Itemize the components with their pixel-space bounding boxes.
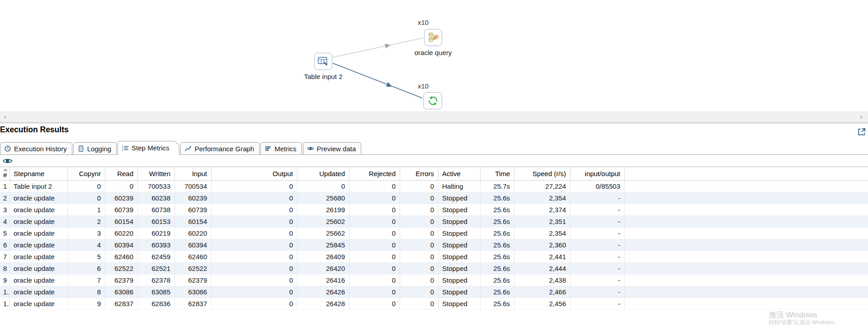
table-cell: 0 <box>349 251 400 262</box>
table-cell: 25602 <box>297 216 349 227</box>
table-cell: 0 <box>400 239 439 251</box>
table-row[interactable]: 1..oracle update962837628366283702642800… <box>0 298 868 310</box>
table-cell: 0 <box>68 181 105 192</box>
external-link-icon <box>857 127 866 136</box>
tab-performance-graph[interactable]: Performance Graph <box>180 142 259 154</box>
column-header[interactable]: Written <box>138 167 175 180</box>
tab-execution-history[interactable]: Execution History <box>0 142 72 154</box>
table-cell: 0 <box>349 216 400 227</box>
column-header[interactable]: input/output <box>571 167 625 180</box>
table-cell: 60394 <box>175 239 212 251</box>
table-cell: oracle update <box>10 263 68 274</box>
tab-label: Preview data <box>317 145 356 153</box>
table-row[interactable]: 1Table input 2007005337005340000Halting2… <box>0 181 868 192</box>
table-cell: 25.7s <box>481 181 514 192</box>
table-cell: oracle update <box>10 251 68 262</box>
table-cell-filler <box>625 181 868 192</box>
table-cell: - <box>571 286 625 298</box>
table-cell: 25.6s <box>481 204 514 215</box>
column-header[interactable]: Read <box>105 167 138 180</box>
table-cell: 0 <box>212 275 297 286</box>
table-cell: 4 <box>0 216 10 227</box>
scroll-right-icon[interactable]: › <box>856 112 866 122</box>
step-oracle-query[interactable] <box>424 29 442 46</box>
table-cell: 62460 <box>175 251 212 262</box>
table-cell: 62379 <box>105 275 138 286</box>
table-cell: 8 <box>68 286 105 298</box>
column-header[interactable]: # <box>0 167 10 180</box>
table-cell: - <box>571 251 625 262</box>
table-cell: 26409 <box>297 251 349 262</box>
table-cell: 62522 <box>105 263 138 274</box>
tab-preview-data[interactable]: Preview data <box>303 142 362 154</box>
table-cell: 0 <box>400 286 439 298</box>
tab-step-metrics[interactable]: 1 2 Step Metrics <box>118 141 179 155</box>
table-cell: 0 <box>349 228 400 239</box>
tab-logging[interactable]: Logging <box>73 142 117 154</box>
table-row[interactable]: 2oracle update060239602386023902568000St… <box>0 192 868 204</box>
table-cell: 0 <box>212 251 297 262</box>
show-hide-inactive-button[interactable] <box>3 158 13 164</box>
table-cell: 0 <box>400 275 439 286</box>
table-row[interactable]: 3oracle update160739607386073902619900St… <box>0 204 868 216</box>
bars-icon <box>264 145 272 152</box>
table-cell: - <box>571 228 625 239</box>
step-table-input[interactable] <box>314 53 332 70</box>
table-row[interactable]: 7oracle update562460624596246002640900St… <box>0 251 868 263</box>
table-cell: 0 <box>212 239 297 251</box>
column-header[interactable]: Time <box>481 167 514 180</box>
table-cell: 62379 <box>175 275 212 286</box>
table-cell: 0 <box>349 204 400 215</box>
ordered-list-icon: 1 2 <box>122 144 129 152</box>
column-header[interactable]: Stepname <box>10 167 68 180</box>
table-cell: 1 <box>0 181 10 192</box>
step-label-oracle-query: oracle query <box>401 49 465 56</box>
table-row[interactable]: 9oracle update762379623786237902641600St… <box>0 275 868 286</box>
transformation-canvas[interactable]: Table input 2 x10 oracle query x10 <box>0 0 868 112</box>
tab-label: Execution History <box>14 145 67 153</box>
table-cell: Stopped <box>439 204 481 215</box>
column-header-filler <box>625 167 868 180</box>
column-header[interactable]: Updated <box>297 167 349 180</box>
column-header[interactable]: Errors <box>400 167 439 180</box>
table-row[interactable]: 8oracle update662522625216252202642000St… <box>0 263 868 275</box>
step-oracle-update[interactable] <box>423 92 442 109</box>
table-row[interactable]: 5oracle update360220602196022002566200St… <box>0 228 868 239</box>
column-header[interactable]: Output <box>212 167 297 180</box>
table-cell: oracle update <box>10 239 68 251</box>
table-cell: 9 <box>0 275 10 286</box>
table-cell: 60394 <box>105 239 138 251</box>
table-cell: 25.6s <box>481 298 514 309</box>
svg-text:1: 1 <box>122 144 124 148</box>
table-cell: 2,354 <box>514 192 571 204</box>
table-cell: 60238 <box>138 192 175 204</box>
table-row[interactable]: 1..oracle update863086630856308602642600… <box>0 286 868 298</box>
table-cell: 0 <box>68 192 105 204</box>
table-cell: 0 <box>400 216 439 227</box>
column-header[interactable]: Rejected <box>349 167 400 180</box>
table-cell: 0 <box>212 204 297 215</box>
table-cell: - <box>571 298 625 309</box>
table-cell: - <box>571 263 625 274</box>
eye-icon <box>307 145 314 152</box>
table-cell: 2,444 <box>514 263 571 274</box>
column-header[interactable]: Speed (r/s) <box>514 167 571 180</box>
canvas-horizontal-scrollbar[interactable]: ‹ › <box>0 112 868 122</box>
table-cell: 1.. <box>0 298 10 309</box>
table-row[interactable]: 6oracle update460394603936039402584500St… <box>0 239 868 251</box>
table-cell: 25.6s <box>481 192 514 204</box>
table-cell-filler <box>625 204 868 215</box>
column-header[interactable]: Active <box>439 167 481 180</box>
clock-icon <box>4 145 11 152</box>
open-in-new-window-button[interactable] <box>857 127 866 136</box>
table-cell-filler <box>625 263 868 274</box>
table-cell: 60220 <box>175 228 212 239</box>
scroll-left-icon[interactable]: ‹ <box>0 112 10 122</box>
column-header[interactable]: Copynr <box>68 167 105 180</box>
panel-title: Execution Results <box>0 125 69 135</box>
table-row[interactable]: 4oracle update260154601536015402560200St… <box>0 216 868 228</box>
tab-label: Metrics <box>274 145 296 153</box>
table-cell: 60239 <box>175 192 212 204</box>
column-header[interactable]: Input <box>175 167 212 180</box>
tab-metrics[interactable]: Metrics <box>260 142 302 154</box>
